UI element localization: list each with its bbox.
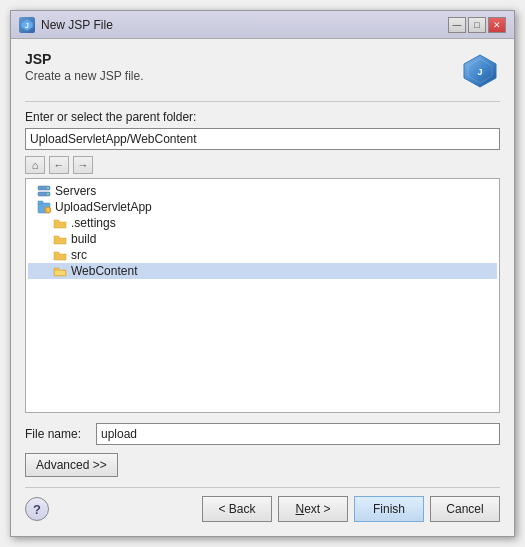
header-section: JSP Create a new JSP file. J: [25, 51, 500, 91]
tree-item-src[interactable]: src: [28, 247, 497, 263]
button-bar: ? < Back Next > Finish Cancel: [25, 496, 500, 526]
forward-button[interactable]: →: [73, 156, 93, 174]
dialog-window: J New JSP File — □ ✕ JSP Create a new JS…: [10, 10, 515, 537]
tree-item-uploadservletapp-label: UploadServletApp: [55, 200, 152, 214]
tree-toolbar: ⌂ ← →: [25, 156, 500, 174]
back-nav-button[interactable]: < Back: [202, 496, 272, 522]
folder-settings-icon: [52, 216, 68, 230]
next-label: Next >: [295, 502, 330, 516]
tree-item-src-label: src: [71, 248, 87, 262]
minimize-button[interactable]: —: [448, 17, 466, 33]
header-icon-area: J: [460, 51, 500, 91]
filename-row: File name:: [25, 423, 500, 445]
finish-button[interactable]: Finish: [354, 496, 424, 522]
dialog-content: JSP Create a new JSP file. J: [11, 39, 514, 536]
back-button[interactable]: ←: [49, 156, 69, 174]
svg-rect-10: [38, 201, 43, 204]
header-text: JSP Create a new JSP file.: [25, 51, 460, 83]
bottom-separator: [25, 487, 500, 488]
tree-item-build-label: build: [71, 232, 96, 246]
tree-item-settings[interactable]: .settings: [28, 215, 497, 231]
svg-point-7: [47, 187, 49, 189]
svg-text:J: J: [25, 22, 29, 29]
maximize-button[interactable]: □: [468, 17, 486, 33]
svg-text:J: J: [477, 67, 482, 77]
header-separator: [25, 101, 500, 102]
header-title: JSP: [25, 51, 460, 67]
titlebar-buttons: — □ ✕: [448, 17, 506, 33]
titlebar-title: New JSP File: [41, 18, 448, 32]
folder-tree[interactable]: Servers ! UploadServletApp: [25, 178, 500, 413]
folder-webcontent-icon: [52, 264, 68, 278]
filename-input[interactable]: [96, 423, 500, 445]
advanced-button[interactable]: Advanced >>: [25, 453, 118, 477]
path-input[interactable]: [25, 128, 500, 150]
folder-build-icon: [52, 232, 68, 246]
filename-label: File name:: [25, 427, 90, 441]
tree-item-servers-label: Servers: [55, 184, 96, 198]
home-button[interactable]: ⌂: [25, 156, 45, 174]
folder-src-icon: [52, 248, 68, 262]
folder-label: Enter or select the parent folder:: [25, 110, 500, 124]
tree-item-uploadservletapp[interactable]: ! UploadServletApp: [28, 199, 497, 215]
tree-item-servers[interactable]: Servers: [28, 183, 497, 199]
help-button[interactable]: ?: [25, 497, 49, 521]
close-button[interactable]: ✕: [488, 17, 506, 33]
next-nav-button[interactable]: Next >: [278, 496, 348, 522]
server-icon: [36, 184, 52, 198]
cancel-button[interactable]: Cancel: [430, 496, 500, 522]
nav-buttons: < Back Next > Finish Cancel: [202, 496, 500, 522]
tree-item-build[interactable]: build: [28, 231, 497, 247]
tree-item-settings-label: .settings: [71, 216, 116, 230]
project-icon: !: [36, 200, 52, 214]
svg-point-8: [47, 193, 49, 195]
titlebar-icon: J: [19, 17, 35, 33]
titlebar: J New JSP File — □ ✕: [11, 11, 514, 39]
tree-item-webcontent[interactable]: WebContent: [28, 263, 497, 279]
bottom-section: File name: Advanced >> ? < Back Next > F…: [25, 423, 500, 526]
tree-item-webcontent-label: WebContent: [71, 264, 138, 278]
header-subtitle: Create a new JSP file.: [25, 69, 460, 83]
jsp-file-icon: J: [462, 53, 498, 89]
